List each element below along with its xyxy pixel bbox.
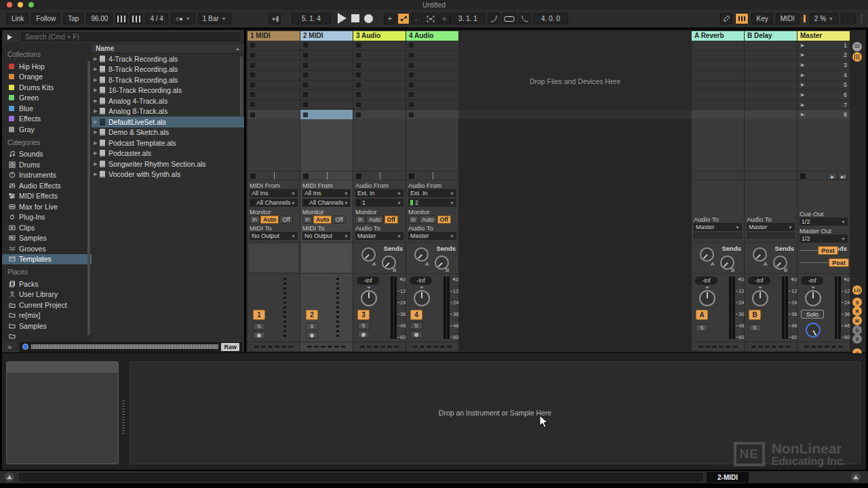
scene-play-icon[interactable]: ▶ (801, 43, 804, 48)
clip-slot[interactable] (745, 81, 797, 90)
clip-stop-button[interactable] (303, 43, 308, 47)
track-stop-button[interactable] (250, 174, 256, 179)
clip-slot[interactable] (300, 100, 353, 110)
clip-slot[interactable] (692, 70, 744, 80)
file-list-header[interactable]: Name▲ (92, 44, 244, 54)
track-activator[interactable]: 1 (253, 310, 265, 320)
scene-menu-icon[interactable] (852, 42, 862, 52)
clip-slot[interactable] (300, 51, 353, 60)
scene-play-icon[interactable]: ▶ (801, 73, 804, 78)
solo-button[interactable]: S (410, 322, 422, 329)
output-chooser[interactable]: No Output▼ (302, 232, 351, 240)
raw-button[interactable]: Raw (221, 343, 239, 351)
tap-tempo-button[interactable]: Tap (63, 13, 83, 24)
sidebar-item-grooves[interactable]: Grooves (2, 243, 92, 254)
sidebar-item-samples[interactable]: Samples (2, 233, 92, 244)
groove-amount-chooser[interactable]: ○●▼ (171, 13, 195, 24)
scene-play-icon[interactable]: ▶ (801, 62, 804, 68)
monitor-off-button[interactable]: Off (279, 216, 292, 224)
monitor-in-button[interactable]: In (355, 216, 366, 224)
send-b-post-button[interactable]: Post (829, 258, 849, 267)
clip-stop-button[interactable] (250, 92, 255, 97)
sidebar-item-drums-kits[interactable]: Drums Kits (2, 82, 92, 93)
file-row[interactable]: ▶Demo & Sketch.als (92, 127, 244, 138)
sidebar-item-effects[interactable]: Effects (2, 114, 92, 125)
pan-knob[interactable] (361, 290, 377, 306)
sidebar-item-drums[interactable]: Drums (2, 159, 92, 170)
send-a-knob[interactable] (414, 247, 429, 262)
clip-slot[interactable] (745, 110, 797, 119)
mixer-toggle-x[interactable]: X (852, 334, 862, 344)
master-out-chooser[interactable]: 1/2▼ (800, 235, 848, 243)
clip-slot[interactable] (248, 100, 300, 110)
input-type-chooser[interactable]: All Ins▼ (250, 189, 298, 197)
scene-play-icon[interactable]: ▶ (801, 82, 804, 87)
file-list-scrollbar[interactable] (240, 56, 243, 117)
sidebar-item-gray[interactable]: Gray (2, 124, 92, 135)
clip-slot[interactable] (406, 70, 458, 80)
clip-slot[interactable] (248, 81, 300, 90)
follow-arrow-icon[interactable] (269, 13, 281, 24)
clip-slot[interactable] (745, 41, 797, 50)
clip-stop-button[interactable] (409, 83, 414, 87)
loop-start-field[interactable]: 3. 1. 1 (450, 13, 486, 24)
clip-slot[interactable] (353, 70, 406, 80)
solo-button[interactable]: S (696, 324, 708, 331)
cue-volume-knob[interactable] (806, 323, 821, 338)
groove-pool-icon[interactable]: ≈ (2, 342, 17, 352)
scene-slot[interactable]: ▶6 (797, 90, 850, 100)
solo-button[interactable]: S (749, 324, 761, 331)
input-channel-chooser[interactable]: 1▼ (355, 199, 403, 207)
file-row[interactable]: ▶16-Track Recording.als (92, 85, 244, 96)
automation-arm-button[interactable] (397, 13, 410, 24)
file-row[interactable]: ▶Songwriter Rhythm Section.als (92, 159, 244, 169)
solo-button[interactable]: S (253, 323, 265, 330)
clip-slot[interactable] (248, 110, 300, 119)
monitor-in-button[interactable]: In (302, 216, 313, 224)
monitor-auto-button[interactable]: Auto (419, 216, 437, 224)
file-row[interactable]: ▶Podcaster.als (92, 148, 244, 159)
reenable-automation-button[interactable]: ← (411, 13, 423, 24)
tempo-field[interactable]: 96.00 (86, 13, 113, 24)
empty-track-area[interactable]: Drop Files and Devices Here (458, 31, 692, 351)
scene-slot[interactable]: ▶7 (797, 100, 850, 110)
clip-stop-button[interactable] (356, 83, 361, 87)
clip-stop-button[interactable] (409, 102, 414, 107)
arrangement-record-button[interactable] (364, 14, 373, 23)
send-a-post-button[interactable]: Post (818, 246, 838, 255)
cpu-meter[interactable]: 2 %▼ (810, 13, 838, 24)
clip-slot[interactable] (248, 51, 300, 60)
input-type-chooser[interactable]: Ext. In▼ (355, 189, 403, 197)
output-chooser[interactable]: Master▼ (355, 232, 403, 240)
clip-stop-button[interactable] (356, 63, 361, 68)
clip-slot[interactable] (692, 90, 744, 100)
midi-overdub-button[interactable]: + (384, 13, 396, 24)
sidebar-item-item[interactable] (2, 331, 92, 342)
clip-slot[interactable] (353, 51, 406, 60)
send-a-knob[interactable] (361, 247, 376, 262)
clip-slot[interactable] (745, 70, 797, 80)
clip-slot[interactable] (692, 60, 744, 70)
output-chooser[interactable]: Master▼ (747, 223, 795, 231)
track-header[interactable]: B Delay (745, 31, 797, 41)
panel-resize-handle[interactable] (122, 401, 125, 434)
scene-slot[interactable]: ▶1 (797, 41, 850, 50)
session-record-button[interactable]: ○ (438, 13, 450, 24)
clip-stop-button[interactable] (409, 92, 414, 97)
clip-stop-button[interactable] (250, 83, 255, 87)
track-header[interactable]: 1 MIDI (248, 31, 300, 41)
track-stop-button[interactable] (303, 174, 309, 179)
track-header[interactable]: A Reverb (692, 31, 744, 41)
sidebar-item-green[interactable]: Green (2, 93, 92, 104)
sidebar-item-current-project[interactable]: Current Project (2, 300, 92, 310)
stop-all-scenes-icon[interactable]: ▶≡ (838, 173, 848, 180)
scene-play-icon[interactable]: ▶ (801, 92, 804, 98)
monitor-auto-button[interactable]: Auto (313, 216, 332, 224)
monitor-in-button[interactable]: In (408, 216, 418, 224)
clip-slot[interactable] (745, 60, 797, 70)
clip-slot[interactable] (692, 51, 744, 60)
clip-stop-button[interactable] (303, 92, 308, 97)
clip-slot[interactable] (406, 51, 458, 60)
file-row[interactable]: ▶Analog 8-Track.als (92, 106, 244, 117)
sidebar-item-orange[interactable]: Orange (2, 72, 92, 83)
